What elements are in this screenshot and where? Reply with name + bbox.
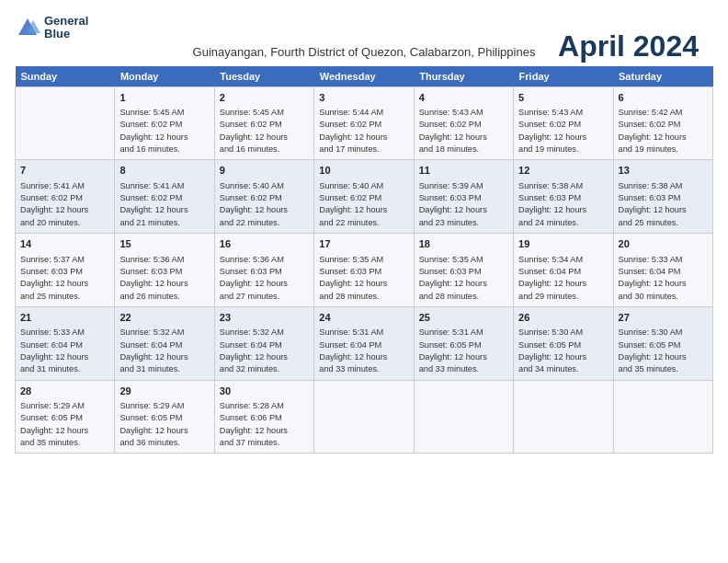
calendar-cell: 8Sunrise: 5:41 AMSunset: 6:02 PMDaylight… [115, 160, 214, 234]
calendar-cell: 18Sunrise: 5:35 AMSunset: 6:03 PMDayligh… [414, 234, 513, 307]
day-number: 2 [220, 91, 309, 105]
calendar-cell: 15Sunrise: 5:36 AMSunset: 6:03 PMDayligh… [115, 234, 214, 307]
day-number: 18 [419, 237, 508, 251]
week-row-4: 21Sunrise: 5:33 AMSunset: 6:04 PMDayligh… [16, 306, 713, 380]
generalblue-logo-icon [15, 15, 40, 40]
day-number: 5 [518, 91, 608, 105]
calendar-cell: 27Sunrise: 5:30 AMSunset: 6:05 PMDayligh… [613, 306, 712, 380]
day-info: Sunrise: 5:45 AMSunset: 6:02 PMDaylight:… [119, 107, 209, 155]
header-thursday: Thursday [414, 66, 513, 87]
calendar-cell: 24Sunrise: 5:31 AMSunset: 6:04 PMDayligh… [314, 306, 414, 380]
day-info: Sunrise: 5:38 AMSunset: 6:03 PMDaylight:… [619, 180, 708, 229]
day-number: 14 [20, 237, 109, 251]
day-number: 8 [119, 164, 209, 178]
day-number: 26 [518, 311, 608, 325]
calendar-cell: 13Sunrise: 5:38 AMSunset: 6:03 PMDayligh… [613, 160, 712, 234]
calendar-cell: 4Sunrise: 5:43 AMSunset: 6:02 PMDaylight… [414, 86, 513, 160]
header-monday: Monday [115, 66, 214, 87]
calendar-cell: 19Sunrise: 5:34 AMSunset: 6:04 PMDayligh… [514, 234, 613, 307]
day-info: Sunrise: 5:36 AMSunset: 6:03 PMDaylight:… [220, 254, 309, 303]
calendar-header-row: SundayMondayTuesdayWednesdayThursdayFrid… [16, 66, 713, 87]
day-number: 10 [319, 164, 408, 178]
day-number: 25 [419, 311, 508, 325]
calendar-cell: 5Sunrise: 5:43 AMSunset: 6:02 PMDaylight… [514, 86, 613, 160]
day-number: 6 [619, 91, 708, 105]
day-number: 1 [119, 91, 209, 105]
logo-line2: Blue [44, 27, 70, 40]
day-number: 12 [518, 164, 608, 178]
day-info: Sunrise: 5:40 AMSunset: 6:02 PMDaylight:… [220, 180, 309, 229]
calendar-cell: 10Sunrise: 5:40 AMSunset: 6:02 PMDayligh… [314, 160, 414, 234]
day-number: 30 [220, 385, 309, 398]
logo-text: General Blue [44, 15, 88, 41]
calendar-cell [16, 86, 115, 160]
day-info: Sunrise: 5:37 AMSunset: 6:03 PMDaylight:… [20, 254, 109, 303]
day-info: Sunrise: 5:40 AMSunset: 6:02 PMDaylight:… [319, 180, 408, 229]
day-number: 27 [619, 311, 708, 325]
day-info: Sunrise: 5:29 AMSunset: 6:05 PMDaylight:… [20, 400, 109, 449]
day-info: Sunrise: 5:35 AMSunset: 6:03 PMDaylight:… [319, 254, 408, 303]
day-number: 15 [119, 237, 209, 251]
calendar-cell: 29Sunrise: 5:29 AMSunset: 6:05 PMDayligh… [115, 380, 214, 454]
page-title: April 2024 [558, 29, 699, 63]
day-number: 16 [220, 237, 309, 251]
day-number: 28 [20, 385, 109, 398]
calendar-cell: 12Sunrise: 5:38 AMSunset: 6:03 PMDayligh… [514, 160, 613, 234]
calendar-cell: 11Sunrise: 5:39 AMSunset: 6:03 PMDayligh… [414, 160, 513, 234]
calendar-cell [613, 380, 712, 454]
day-info: Sunrise: 5:41 AMSunset: 6:02 PMDaylight:… [20, 180, 109, 229]
day-info: Sunrise: 5:33 AMSunset: 6:04 PMDaylight:… [20, 327, 109, 375]
calendar-cell: 6Sunrise: 5:42 AMSunset: 6:02 PMDaylight… [613, 86, 712, 160]
week-row-5: 28Sunrise: 5:29 AMSunset: 6:05 PMDayligh… [16, 380, 713, 454]
week-row-2: 7Sunrise: 5:41 AMSunset: 6:02 PMDaylight… [16, 160, 713, 234]
day-info: Sunrise: 5:32 AMSunset: 6:04 PMDaylight:… [119, 327, 209, 375]
day-number: 19 [518, 237, 608, 251]
calendar-cell: 17Sunrise: 5:35 AMSunset: 6:03 PMDayligh… [314, 234, 414, 307]
header-friday: Friday [514, 66, 613, 87]
day-info: Sunrise: 5:28 AMSunset: 6:06 PMDaylight:… [220, 400, 309, 449]
day-info: Sunrise: 5:42 AMSunset: 6:02 PMDaylight:… [619, 107, 708, 155]
day-number: 7 [20, 164, 109, 178]
week-row-3: 14Sunrise: 5:37 AMSunset: 6:03 PMDayligh… [16, 234, 713, 307]
day-number: 21 [20, 311, 109, 325]
calendar-cell: 30Sunrise: 5:28 AMSunset: 6:06 PMDayligh… [214, 380, 313, 454]
day-number: 11 [419, 164, 508, 178]
calendar-cell: 16Sunrise: 5:36 AMSunset: 6:03 PMDayligh… [214, 234, 313, 307]
day-number: 23 [220, 311, 309, 325]
calendar-cell: 2Sunrise: 5:45 AMSunset: 6:02 PMDaylight… [214, 86, 313, 160]
day-info: Sunrise: 5:32 AMSunset: 6:04 PMDaylight:… [220, 327, 309, 375]
calendar-cell: 7Sunrise: 5:41 AMSunset: 6:02 PMDaylight… [16, 160, 115, 234]
calendar-cell: 14Sunrise: 5:37 AMSunset: 6:03 PMDayligh… [16, 234, 115, 307]
calendar-cell: 20Sunrise: 5:33 AMSunset: 6:04 PMDayligh… [613, 234, 712, 307]
day-number: 9 [220, 164, 309, 178]
header-tuesday: Tuesday [214, 66, 313, 87]
day-number: 20 [619, 237, 708, 251]
calendar-cell: 1Sunrise: 5:45 AMSunset: 6:02 PMDaylight… [115, 86, 214, 160]
day-info: Sunrise: 5:44 AMSunset: 6:02 PMDaylight:… [319, 107, 408, 155]
day-info: Sunrise: 5:29 AMSunset: 6:05 PMDaylight:… [119, 400, 209, 449]
day-info: Sunrise: 5:31 AMSunset: 6:04 PMDaylight:… [319, 327, 408, 375]
calendar-cell [414, 380, 513, 454]
calendar-cell: 21Sunrise: 5:33 AMSunset: 6:04 PMDayligh… [16, 306, 115, 380]
logo-line1: General [44, 14, 88, 28]
header-saturday: Saturday [613, 66, 712, 87]
day-number: 4 [419, 91, 508, 105]
week-row-1: 1Sunrise: 5:45 AMSunset: 6:02 PMDaylight… [16, 86, 713, 160]
calendar-table: SundayMondayTuesdayWednesdayThursdayFrid… [15, 66, 713, 454]
calendar-cell: 9Sunrise: 5:40 AMSunset: 6:02 PMDaylight… [214, 160, 313, 234]
day-number: 22 [119, 311, 209, 325]
day-info: Sunrise: 5:38 AMSunset: 6:03 PMDaylight:… [518, 180, 608, 229]
day-number: 17 [319, 237, 408, 251]
header-sunday: Sunday [16, 66, 115, 87]
day-info: Sunrise: 5:34 AMSunset: 6:04 PMDaylight:… [518, 254, 608, 303]
title-section: April 2024 [558, 29, 699, 63]
day-info: Sunrise: 5:31 AMSunset: 6:05 PMDaylight:… [419, 327, 508, 375]
day-info: Sunrise: 5:43 AMSunset: 6:02 PMDaylight:… [518, 107, 608, 155]
day-number: 3 [319, 91, 408, 105]
day-number: 29 [119, 385, 209, 398]
day-info: Sunrise: 5:33 AMSunset: 6:04 PMDaylight:… [619, 254, 708, 303]
day-info: Sunrise: 5:39 AMSunset: 6:03 PMDaylight:… [419, 180, 508, 229]
day-number: 13 [619, 164, 708, 178]
day-number: 24 [319, 311, 408, 325]
calendar-cell: 3Sunrise: 5:44 AMSunset: 6:02 PMDaylight… [314, 86, 414, 160]
